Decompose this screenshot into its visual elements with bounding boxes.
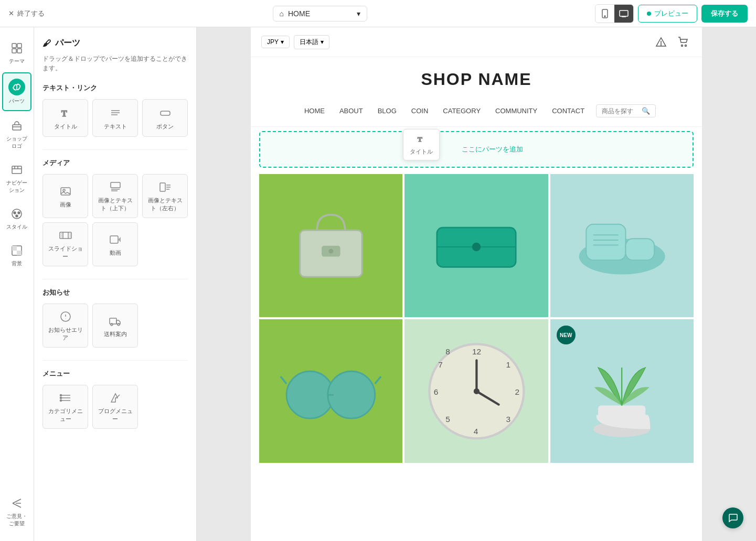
nav-contact[interactable]: CONTACT [545,104,592,118]
save-label: 保存する [711,9,738,17]
clock-image: 12 1 2 3 4 5 6 7 8 [404,319,548,462]
svg-point-76 [328,371,375,418]
nav-about[interactable]: ABOUT [332,104,370,118]
save-button[interactable]: 保存する [701,5,748,23]
nav-community[interactable]: COMMUNITY [488,104,545,118]
shop-name: SHOP NAME [251,57,702,98]
category-menu-icon [59,392,72,404]
search-input[interactable] [602,107,638,115]
home-label: HOME [288,9,310,18]
desktop-icon [619,10,629,17]
svg-point-18 [18,212,20,214]
sidebar-item-background[interactable]: 背景 [2,238,31,273]
preview-button[interactable]: プレビュー [638,5,697,23]
part-text[interactable]: テキスト [92,99,138,137]
bag-image [259,174,402,317]
part-shipping[interactable]: 送料案内 [92,304,138,348]
sidebar-item-navigation[interactable]: ナビゲーション [2,157,31,199]
part-image[interactable]: 画像 [42,174,88,218]
parts-panel: 🖌 パーツ ドラッグ＆ドロップでパーツを追加することができます。 テキスト・リン… [34,27,197,541]
sunglasses-svg [279,344,382,438]
mobile-device-button[interactable] [595,5,614,23]
product-cell-bag[interactable] [259,174,402,317]
language-selector[interactable]: 日本語 ▾ [294,35,329,49]
clutch-image [404,174,548,317]
nav-home[interactable]: HOME [297,104,332,118]
theme-label: テーマ [9,58,25,65]
svg-text:8: 8 [445,347,450,356]
nav-blog[interactable]: BLOG [370,104,404,118]
product-cell-plant[interactable]: NEW [550,319,694,462]
preview-label: プレビュー [654,9,688,18]
image-part-label: 画像 [60,201,71,209]
part-button[interactable]: ボタン [142,99,188,137]
sidebar-item-shop-logo[interactable]: ショップロゴ [2,113,31,155]
svg-text:1: 1 [506,360,510,369]
lang-chevron: ▾ [321,38,324,46]
notice-area-label: お知らせエリア [46,326,84,342]
top-bar-left: ✕ 終了する [8,9,45,18]
sidebar-item-feedback[interactable]: ご意見・ご要望 [2,491,31,533]
part-category-menu[interactable]: カテゴリメニュー [42,385,88,429]
image-text-tb-label: 画像とテキスト（上下） [96,197,134,212]
sidebar-item-style[interactable]: スタイル [2,201,31,236]
svg-rect-71 [625,239,654,260]
tooltip-title-icon: T [416,134,427,147]
exit-button[interactable]: ✕ 終了する [8,9,45,18]
svg-rect-12 [12,166,22,174]
new-badge-text: NEW [560,332,572,338]
image-part-icon [59,185,72,198]
top-bar-center: ⌂ HOME ▾ [273,6,367,21]
product-cell-clock[interactable]: 12 1 2 3 4 5 6 7 8 [404,319,548,462]
svg-point-55 [60,397,61,399]
nav-coin[interactable]: COIN [404,104,436,118]
drop-zone[interactable]: ここにパーツを追加 [259,131,694,168]
feedback-label: ご意見・ご要望 [5,513,28,527]
parts-panel-title: 🖌 パーツ [42,38,188,49]
sidebar-item-parts[interactable]: パーツ [2,72,31,111]
svg-point-65 [328,249,333,254]
sidebar-item-theme[interactable]: テーマ [2,36,31,70]
svg-rect-21 [12,246,17,251]
brush-icon: 🖌 [42,39,51,48]
divider-2 [42,279,188,279]
product-cell-clutch[interactable] [404,174,548,317]
part-notice-area[interactable]: お知らせエリア [42,304,88,348]
part-image-text-tb[interactable]: 画像とテキスト（上下） [92,174,138,218]
product-cell-shoes[interactable] [550,174,694,317]
close-icon: ✕ [8,9,14,17]
product-cell-sunglasses[interactable] [259,319,402,462]
chat-button[interactable] [722,507,743,528]
desktop-device-button[interactable] [614,5,633,23]
new-badge: NEW [557,326,576,344]
blog-menu-label: ブログメニュー [96,407,134,423]
button-part-icon [159,107,172,120]
plant-svg [582,334,661,449]
text-part-icon [109,107,122,120]
currency-selector[interactable]: JPY ▾ [261,36,290,48]
part-title[interactable]: T タイトル [42,99,88,137]
part-video[interactable]: 動画 [92,222,138,266]
svg-point-32 [63,189,65,191]
shop-logo-icon [9,118,24,133]
part-image-text-lr[interactable]: 画像とテキスト（左右） [142,174,188,218]
search-icon[interactable]: 🔍 [642,107,650,115]
navigation-icon [9,163,24,177]
shipping-label: 送料案内 [104,330,127,338]
svg-rect-10 [13,125,21,130]
language-value: 日本語 [300,38,318,47]
part-slideshow[interactable]: スライドショー [42,222,88,266]
nav-category[interactable]: CATEGORY [435,104,488,118]
parts-title-text: パーツ [55,38,80,49]
part-blog-menu[interactable]: ブログメニュー [92,385,138,429]
title-part-label: タイトル [54,123,77,131]
top-bar-right: プレビュー 保存する [595,4,748,23]
tent-icon-button[interactable] [653,34,669,50]
sunglasses-image [259,319,402,462]
shop-logo-label: ショップロゴ [5,135,28,150]
cart-icon-button[interactable] [675,34,691,50]
drop-zone-wrapper: T タイトル ここにパーツを追加 [251,127,702,172]
menu-grid: カテゴリメニュー ブログメニュー [42,385,188,429]
page-selector[interactable]: ⌂ HOME ▾ [273,6,367,21]
background-label: 背景 [12,260,22,267]
